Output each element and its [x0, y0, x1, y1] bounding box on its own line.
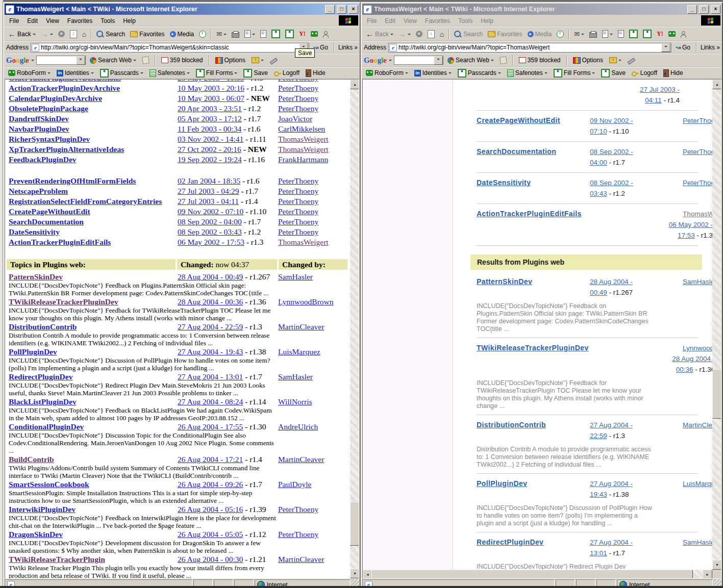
history-button[interactable]: [197, 30, 208, 39]
popup-blocked-button[interactable]: 359 blocked: [159, 56, 205, 65]
print-button[interactable]: [587, 30, 599, 39]
author-link[interactable]: WillNorris: [278, 397, 312, 406]
menu-item[interactable]: Favorites: [421, 16, 454, 25]
up-folder-button[interactable]: ↑: [250, 56, 266, 64]
topic-link[interactable]: SearchDocumentation: [477, 146, 590, 157]
google-input-dropdown[interactable]: [76, 56, 85, 65]
scroll-up-button[interactable]: ▲: [712, 80, 721, 89]
author-link[interactable]: AndreUlrich: [278, 422, 318, 431]
revision-date-link[interactable]: 06 May 2002 - 17:53: [178, 238, 244, 246]
author-link[interactable]: PeterThoeny: [278, 505, 318, 514]
save-button[interactable]: *Save: [241, 68, 269, 79]
date-link[interactable]: 27 Aug 2004 -: [590, 539, 633, 546]
hide-button[interactable]: Hide: [304, 68, 328, 78]
highlighter-button[interactable]: [626, 57, 637, 64]
address-field[interactable]: e: [388, 43, 671, 53]
scroll-down-button[interactable]: ▼: [712, 560, 721, 570]
revision-date-link[interactable]: 26 Aug 2004 - 17:21: [178, 455, 243, 464]
author-link[interactable]: PeterThoeny: [683, 117, 712, 124]
roboform-menu-button[interactable]: RoboForm: [364, 68, 410, 78]
topic-link[interactable]: BuildContrib: [9, 455, 54, 464]
time-link[interactable]: 00:36: [676, 366, 693, 373]
search-button[interactable]: Search: [452, 30, 485, 39]
media-button[interactable]: ▸Media: [168, 30, 196, 39]
scroll-down-button[interactable]: ▼: [350, 569, 359, 578]
history-button[interactable]: [555, 30, 566, 39]
revision-date-link[interactable]: 26 Aug 2004 - 05:16: [178, 505, 243, 514]
revision-date-link[interactable]: 05 Apr 2003 - 17:12: [178, 114, 242, 123]
back-dropdown-icon[interactable]: [33, 34, 36, 37]
address-input[interactable]: [41, 44, 297, 51]
revision-date-link[interactable]: 27 Jul 2003 - 04:11: [178, 197, 239, 206]
chevron-down-icon[interactable]: [592, 72, 595, 75]
revision-date-link[interactable]: 02 Jan 2004 - 18:35: [178, 176, 240, 185]
revision-date-link[interactable]: 09 Nov 2002 - 07:10: [178, 207, 243, 216]
forward-dropdown-icon[interactable]: [50, 34, 53, 37]
scroll-up-button[interactable]: ▲: [350, 80, 359, 89]
topic-link[interactable]: NetscapeProblem: [9, 187, 68, 195]
author-link[interactable]: PeterThoeny: [278, 187, 318, 195]
revision-date-link[interactable]: 26 Aug 2004 - 17:55: [178, 422, 243, 431]
google-input-dropdown[interactable]: [434, 56, 443, 65]
topic-link[interactable]: DateSensitivity: [477, 177, 590, 188]
revision-date-link[interactable]: 27 Aug 2004 - 13:01: [178, 372, 243, 381]
time-link[interactable]: 00:49: [590, 289, 607, 296]
topic-link[interactable]: OlderTablePluginDevDiscussions: [9, 80, 121, 82]
contacts-button[interactable]: [321, 30, 330, 38]
topic-link[interactable]: ActionTrackerPluginEditFails: [477, 209, 683, 219]
stop-button[interactable]: ×: [414, 30, 425, 38]
time-link[interactable]: 04:00: [590, 159, 607, 166]
hide-button[interactable]: Hide: [661, 68, 685, 78]
menu-item[interactable]: Help: [477, 16, 497, 25]
discuss-button[interactable]: [258, 29, 268, 39]
revision-date-link[interactable]: 08 Sep 2002 - 04:00: [178, 217, 242, 226]
topic-link[interactable]: RicherSyntaxPluginDev: [9, 135, 90, 143]
revision-date-link[interactable]: 10 May 2003 - 20:16: [178, 84, 244, 92]
discuss-button[interactable]: [616, 29, 626, 39]
topic-link[interactable]: ActionTrackerPluginDevArchive: [9, 84, 120, 92]
google-options-button[interactable]: Options: [213, 56, 247, 65]
author-link[interactable]: ThomasWeigert: [278, 238, 329, 246]
revision-date-link[interactable]: 26 Aug 2004 - 05:05: [178, 530, 243, 539]
date-link[interactable]: 28 Aug 2004 -: [672, 355, 712, 363]
author-link[interactable]: FrankHartmann: [278, 155, 328, 164]
back-button[interactable]: ←Back: [6, 30, 38, 39]
topic-link[interactable]: DistributionContrib: [9, 322, 77, 331]
chevron-down-icon[interactable]: [140, 72, 143, 75]
vertical-scrollbar[interactable]: ▲ ▼: [712, 80, 721, 570]
links-label[interactable]: Links »: [701, 44, 720, 51]
revision-date-link[interactable]: 27 Jul 2003 - 04:29: [178, 187, 239, 195]
chevron-down-icon[interactable]: [498, 72, 501, 75]
menu-item[interactable]: Tools: [454, 16, 477, 25]
scrollbar-thumb[interactable]: [350, 502, 359, 546]
topic-link[interactable]: DragonSkinDev: [9, 530, 63, 539]
author-link[interactable]: PeterThoeny: [278, 84, 318, 92]
identities-button[interactable]: inIdentities: [55, 68, 96, 78]
google-news-button[interactable]: [498, 56, 509, 65]
author-link[interactable]: MartinCleaver: [278, 455, 324, 464]
revision-date-link[interactable]: 26 Aug 2004 - 09:26: [178, 480, 243, 489]
topic-link[interactable]: SmartSessionCookbook: [9, 480, 89, 489]
edit-button[interactable]: [600, 29, 615, 39]
chevron-down-icon[interactable]: [133, 60, 136, 63]
topic-link[interactable]: XpTrackerPluginAlternativeIdeas: [9, 145, 124, 154]
revision-date-link[interactable]: 27 Oct 2002 - 20:16: [178, 145, 241, 154]
scroll-right-button[interactable]: ►: [703, 570, 712, 579]
save-button[interactable]: *Save: [599, 68, 627, 79]
time-link[interactable]: 22:59: [590, 432, 607, 440]
menu-item[interactable]: Help: [119, 16, 140, 25]
author-link[interactable]: PeterThoeny: [683, 148, 712, 156]
stop-button[interactable]: ×: [56, 30, 67, 38]
home-button[interactable]: ⌂: [438, 30, 446, 39]
scrollbar-thumb[interactable]: [712, 369, 721, 419]
author-link[interactable]: PeterThoeny: [278, 176, 318, 185]
topic-link[interactable]: TWikiReleaseTrackerPlugin: [9, 555, 105, 564]
topic-link[interactable]: PatternSkinDev: [9, 272, 63, 281]
time-link[interactable]: 19:43: [590, 491, 607, 498]
topic-link[interactable]: CreatePageWithoutEdit: [477, 115, 590, 126]
date-link[interactable]: 09 Nov 2002 -: [590, 117, 633, 124]
close-button[interactable]: ×: [711, 5, 720, 14]
menu-item[interactable]: File: [363, 16, 381, 25]
roboform-menu-button[interactable]: RoboForm: [6, 68, 53, 78]
revision-date-link[interactable]: 28 Aug 2004 - 00:49: [178, 272, 243, 281]
